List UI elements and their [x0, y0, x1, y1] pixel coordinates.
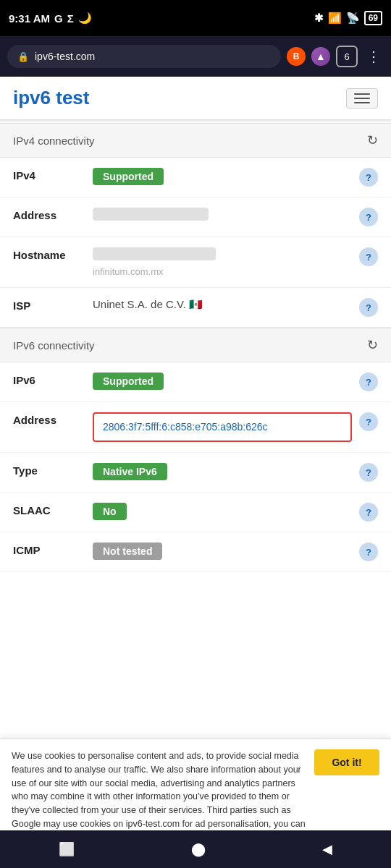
ipv6-section-header: IPv6 connectivity ↻	[0, 328, 391, 362]
hamburger-line-3	[354, 102, 370, 103]
type-label: Type	[13, 463, 85, 477]
address-value	[93, 208, 352, 221]
got-it-button[interactable]: Got it!	[314, 749, 379, 775]
icmp-label: ICMP	[13, 542, 85, 556]
status-right: ✱ 📶 📡 69	[314, 11, 382, 25]
hamburger-line-1	[354, 93, 370, 95]
icmp-help-icon[interactable]: ?	[359, 542, 378, 561]
table-row: ICMP Not tested ?	[0, 532, 391, 572]
hostname-label: Hostname	[13, 247, 85, 261]
url-text: ipv6-test.com	[35, 51, 95, 62]
ipv6-refresh-icon[interactable]: ↻	[367, 337, 378, 353]
ipv6-address-label: Address	[13, 412, 85, 426]
ipv4-section-title: IPv4 connectivity	[13, 135, 95, 147]
address-blurred	[93, 208, 209, 221]
ipv4-label: IPv4	[13, 168, 85, 182]
hostname-help-icon[interactable]: ?	[359, 247, 378, 266]
icmp-badge: Not tested	[93, 542, 162, 560]
tabs-badge[interactable]: 6	[336, 46, 358, 67]
hostname-value: infinitum.com.mx	[93, 247, 352, 277]
status-bar: 9:31 AM G Σ 🌙 ✱ 📶 📡 69	[0, 0, 391, 36]
browser-menu-button[interactable]: ⋮	[363, 45, 384, 68]
table-row: IPv4 Supported ?	[0, 158, 391, 197]
hamburger-line-2	[354, 98, 370, 99]
table-row: Hostname infinitum.com.mx ?	[0, 237, 391, 288]
ipv4-refresh-icon[interactable]: ↻	[367, 132, 378, 148]
battery-indicator: 69	[364, 11, 382, 25]
url-bar[interactable]: 🔒 ipv6-test.com	[7, 45, 281, 68]
address-label: Address	[13, 208, 85, 221]
isp-help-icon[interactable]: ?	[359, 298, 378, 317]
isp-label: ISP	[13, 298, 85, 312]
ipv6-value: Supported	[93, 373, 352, 390]
table-row: Address 2806:3f7:5fff:6:c858:e705:a98b:6…	[0, 402, 391, 453]
table-row: IPv6 Supported ?	[0, 362, 391, 402]
time-label: 9:31 AM	[9, 12, 50, 25]
ipv4-status-badge: Supported	[93, 168, 164, 185]
slaac-badge: No	[93, 503, 127, 520]
lock-icon: 🔒	[17, 51, 29, 62]
back-button[interactable]: ◀	[308, 835, 347, 863]
isp-text: Uninet S.A. de C.V. 🇲🇽	[93, 298, 203, 311]
ipv6-table: IPv6 Supported ? Address 2806:3f7:5fff:6…	[0, 362, 391, 572]
hostname-blurred	[93, 247, 216, 260]
navigation-bar: ⬜ ⬤ ◀	[0, 830, 391, 868]
browser-bar: 🔒 ipv6-test.com B ▲ 6 ⋮	[0, 36, 391, 77]
table-row: Address ?	[0, 197, 391, 237]
type-value: Native IPv6	[93, 463, 352, 480]
ipv6-status-badge: Supported	[93, 373, 164, 390]
stop-button[interactable]: ⬜	[44, 835, 89, 863]
ipv6-label: IPv6	[13, 373, 85, 386]
ipv6-address-text: 2806:3f7:5fff:6:c858:e705:a98b:626c	[103, 421, 268, 433]
sigma-icon: Σ	[67, 12, 74, 25]
ipv4-value: Supported	[93, 168, 352, 185]
ipv6-address-help-icon[interactable]: ?	[359, 412, 378, 431]
ipv6-help-icon[interactable]: ?	[359, 373, 378, 391]
table-row: SLAAC No ?	[0, 493, 391, 532]
tor-icon[interactable]: ▲	[311, 47, 330, 66]
slaac-value: No	[93, 503, 352, 520]
table-row: ISP Uninet S.A. de C.V. 🇲🇽 ?	[0, 288, 391, 328]
logo-text: ipv6 test	[13, 87, 90, 109]
carrier-label: G	[54, 12, 63, 25]
type-badge: Native IPv6	[93, 463, 167, 480]
home-button[interactable]: ⬤	[177, 835, 220, 863]
site-logo: ipv6 test	[13, 87, 90, 109]
cookie-description: We use cookies to personalise content an…	[12, 751, 306, 843]
type-help-icon[interactable]: ?	[359, 463, 378, 482]
address-help-icon[interactable]: ?	[359, 208, 378, 226]
brave-icon[interactable]: B	[287, 47, 306, 66]
page-content: ipv6 test IPv4 connectivity ↻ IPv4 Suppo…	[0, 77, 391, 746]
slaac-help-icon[interactable]: ?	[359, 503, 378, 522]
wifi-icon: 📡	[346, 12, 360, 25]
hamburger-menu[interactable]	[346, 88, 378, 109]
site-header: ipv6 test	[0, 77, 391, 120]
icmp-value: Not tested	[93, 542, 352, 560]
slaac-label: SLAAC	[13, 503, 85, 516]
ipv6-address-box: 2806:3f7:5fff:6:c858:e705:a98b:626c	[93, 412, 352, 442]
ipv4-table: IPv4 Supported ? Address ? Hostname infi…	[0, 158, 391, 328]
status-left: 9:31 AM G Σ 🌙	[9, 12, 92, 25]
bluetooth-icon: ✱	[314, 12, 324, 25]
signal-icon: 📶	[328, 12, 342, 25]
isp-value: Uninet S.A. de C.V. 🇲🇽	[93, 298, 352, 311]
table-row: Type Native IPv6 ?	[0, 453, 391, 493]
ipv4-help-icon[interactable]: ?	[359, 168, 378, 187]
ipv4-section-header: IPv4 connectivity ↻	[0, 123, 391, 158]
ipv6-address-value: 2806:3f7:5fff:6:c858:e705:a98b:626c	[93, 412, 352, 442]
hostname-sub: infinitum.com.mx	[93, 266, 164, 277]
moon-icon: 🌙	[78, 12, 92, 25]
ipv6-section-title: IPv6 connectivity	[13, 339, 95, 352]
